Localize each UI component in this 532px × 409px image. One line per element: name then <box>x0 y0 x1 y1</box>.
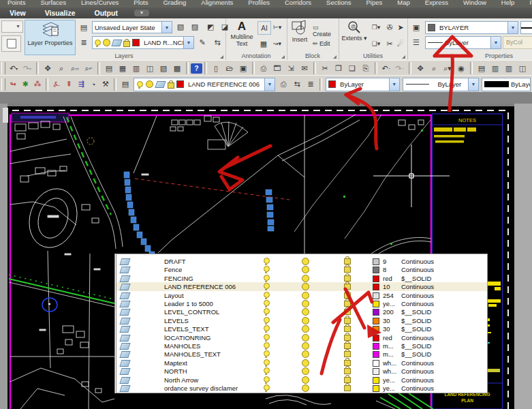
layer-color-swatch[interactable] <box>373 360 379 367</box>
layer-row[interactable]: Layout254Continuous <box>116 291 487 299</box>
block-panel-label[interactable]: Block <box>287 52 339 59</box>
ribbon-layer-dropdown-icon[interactable]: ▼ <box>183 37 193 48</box>
layer-on-bulb-icon[interactable] <box>264 292 270 298</box>
layer-linetype[interactable]: $__SOLID <box>401 325 431 333</box>
redo-button[interactable]: ↷▾ <box>20 62 34 74</box>
layer-freeze-sun-icon[interactable] <box>302 308 309 316</box>
toolbar-layer-combo[interactable]: LAND REFERENCE 006 ▼ <box>134 78 275 91</box>
layer-freeze-sun-icon[interactable] <box>302 350 309 358</box>
layer-linetype[interactable]: Continuous <box>401 283 434 290</box>
layer-color-swatch[interactable] <box>373 335 379 342</box>
plot-button[interactable]: ⎙ <box>257 62 270 74</box>
layer-previous-icon[interactable]: ≣ <box>77 36 91 48</box>
match-layer-icon[interactable]: ⇆ <box>210 36 224 48</box>
edit-block-button[interactable]: ✏ Edit <box>313 40 330 47</box>
layer-freeze-sun-icon[interactable] <box>302 258 309 265</box>
sheet-set-manager-button[interactable]: ◫ <box>143 62 157 74</box>
layer-on-bulb-icon[interactable] <box>264 376 270 382</box>
layer-lock-icon[interactable] <box>344 318 351 324</box>
layer-color-swatch[interactable] <box>373 351 379 358</box>
tab-visualize[interactable]: Visualize <box>35 9 85 17</box>
multiline-text-button[interactable]: A Multiline Text <box>227 20 257 54</box>
layer-on-bulb-icon[interactable] <box>264 334 270 340</box>
layout-icon-2[interactable]: ▥ <box>488 62 502 74</box>
layer-lock-icon[interactable] <box>344 385 351 391</box>
layer-on-bulb-icon[interactable] <box>264 317 270 323</box>
layer-freeze-sun-icon[interactable] <box>302 275 309 282</box>
layer-color-swatch[interactable] <box>373 343 379 350</box>
object-color-icon[interactable]: ▣ <box>409 21 423 33</box>
zoom-window-button[interactable]: ⌕▭ <box>68 62 82 74</box>
quickcalc-button[interactable]: ▩ <box>170 62 184 74</box>
properties-palette-button[interactable]: ▤ <box>102 62 116 74</box>
layer-name[interactable]: North Arrow <box>164 376 198 384</box>
text-style-button[interactable]: AI <box>257 21 271 35</box>
layer-freeze-sun-icon[interactable] <box>302 300 309 307</box>
layer-row[interactable]: Fence8Continuous <box>116 265 487 273</box>
layer-row[interactable]: LEVEL_CONTROL200$__SOLID <box>116 307 487 316</box>
layer-freeze-sun-icon[interactable] <box>302 266 309 273</box>
layer-name[interactable]: LAND REFERENCE 006 <box>164 283 236 290</box>
table-button[interactable]: ▦ <box>257 37 270 50</box>
layer-color-swatch[interactable] <box>373 318 379 324</box>
layer-linetype[interactable]: $__SOLID <box>401 342 431 350</box>
leader-button[interactable]: ↝▾ <box>271 37 283 50</box>
color-control-combo[interactable]: ByLayer ▼ <box>326 78 400 91</box>
sheet-set-icon[interactable] <box>1 35 21 52</box>
zoom-previous-button[interactable]: ⌕↶ <box>82 62 95 74</box>
match-properties-button[interactable]: ✇ <box>384 21 396 33</box>
layer-on-bulb-icon[interactable] <box>264 275 270 281</box>
layer-row[interactable]: MANHOLESm...$__SOLID <box>116 342 487 350</box>
make-current-icon[interactable]: ✎ <box>195 36 209 48</box>
menubar-item[interactable]: Plots <box>126 0 155 7</box>
layer-row[interactable]: MANHOLES_TEXTm...$__SOLID <box>116 350 487 358</box>
block-panel-expand-icon[interactable] <box>333 55 337 59</box>
points-arrows-icon[interactable]: ⇶ <box>75 78 87 91</box>
menubar-item[interactable]: Map <box>390 0 417 7</box>
layer-name[interactable]: Leader 1 to 5000 <box>164 300 213 307</box>
menubar-item[interactable]: Surfaces <box>33 0 74 7</box>
sun-icon[interactable] <box>146 80 153 88</box>
lineweight-control-combo[interactable]: ByLaye <box>482 78 531 91</box>
layer-name[interactable]: ordance survey disclamer <box>164 384 238 392</box>
annotation-panel-expand-icon[interactable] <box>281 55 285 59</box>
ribbon-layer-combo[interactable]: LAND R...NCE 006 ▼ <box>92 36 194 49</box>
toolbar-grip[interactable] <box>1 78 5 91</box>
layer-row[interactable]: ordance survey disclamerye...Continuous <box>116 384 487 392</box>
layer-row[interactable]: FENCINGred$__SOLID <box>116 274 487 282</box>
layer-linetype[interactable]: $__SOLID <box>401 275 431 282</box>
measure-button[interactable]: ✂ <box>384 37 396 50</box>
paste-utility-button[interactable]: ❏▾ <box>370 37 382 50</box>
layer-name[interactable]: NORTH <box>164 367 187 375</box>
save-button[interactable]: ▣ <box>236 62 250 74</box>
undo-small-button[interactable]: ↶· <box>379 62 393 74</box>
layer-freeze-sun-icon[interactable] <box>302 292 309 299</box>
layer-name[interactable]: Layout <box>164 292 184 299</box>
publish-button[interactable]: ⇲ <box>284 62 298 74</box>
orbit-button[interactable]: ◉ <box>454 62 468 74</box>
layer-on-bulb-icon[interactable] <box>264 325 270 331</box>
layer-name[interactable]: DRAFT <box>164 258 186 265</box>
layer-unisolate-icon[interactable]: ▨ <box>188 20 202 33</box>
layer-isolate-icon[interactable]: ▧ <box>174 20 187 33</box>
layer-row[interactable]: LEVELS30$__SOLID <box>116 316 487 324</box>
layer-row[interactable]: Maptextwh...Continuous <box>116 359 487 367</box>
layer-freeze-sun-icon[interactable] <box>302 342 309 350</box>
linetype-icon[interactable]: ☰ <box>409 36 423 48</box>
station-offset-icon[interactable]: ⍼ <box>50 78 63 91</box>
menubar-item[interactable]: Pipe 01 <box>522 0 532 7</box>
layer-linetype[interactable]: Continuous <box>401 258 434 265</box>
layout-icon-4[interactable]: ◫ <box>516 62 529 74</box>
layer-freeze-sun-icon[interactable] <box>302 317 309 324</box>
layer-row[interactable]: Leader 1 to 5000ye...Continuous <box>116 299 487 307</box>
layer-name[interactable]: lOCATIONRING <box>164 334 210 342</box>
layer-on-bulb-icon[interactable] <box>264 258 270 264</box>
tool-palettes-button[interactable]: ▥ <box>129 62 143 74</box>
layer-properties-toolbar-icon[interactable]: ▤ <box>119 78 132 91</box>
layer-color-swatch[interactable] <box>373 377 379 384</box>
layer-color-swatch[interactable] <box>373 258 379 265</box>
layer-lock-icon[interactable] <box>344 351 351 357</box>
menubar-item[interactable]: Profiles <box>240 0 277 7</box>
layer-linetype[interactable]: $__SOLID <box>401 308 431 316</box>
layer-lock-icon[interactable] <box>344 360 351 366</box>
